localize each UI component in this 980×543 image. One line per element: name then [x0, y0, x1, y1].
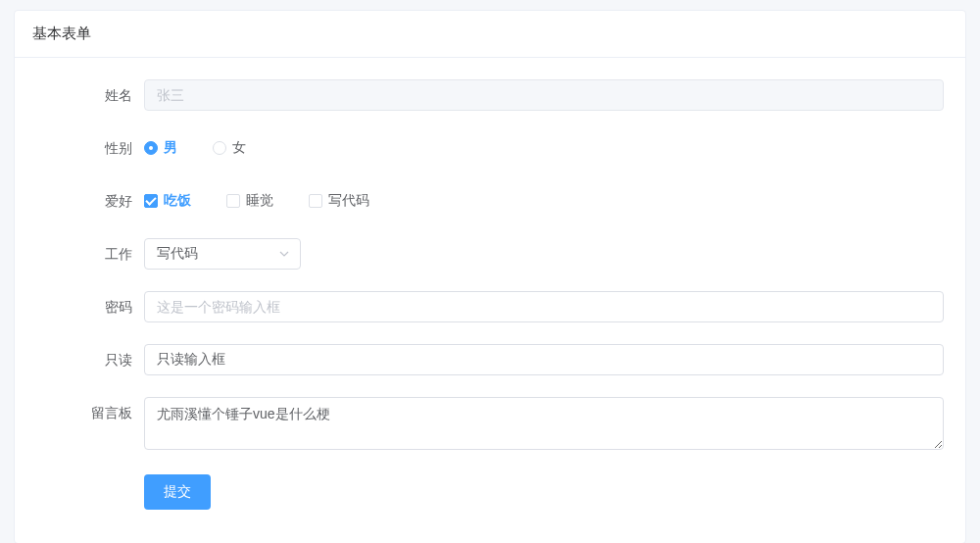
label-hobby: 爱好 — [36, 185, 144, 217]
label-gender: 性别 — [36, 132, 144, 164]
password-input[interactable] — [144, 291, 944, 322]
radio-label: 女 — [232, 139, 246, 157]
card-body: 姓名 性别 男 女 — [15, 58, 965, 543]
label-message: 留言板 — [36, 397, 144, 428]
checkbox-label: 写代码 — [328, 192, 369, 210]
row-gender: 性别 男 女 — [36, 132, 944, 164]
chevron-down-icon — [278, 248, 290, 260]
radio-icon — [213, 141, 226, 155]
radio-label: 男 — [164, 139, 177, 157]
radio-male[interactable]: 男 — [144, 139, 177, 157]
row-readonly: 只读 — [36, 344, 944, 375]
job-select-value: 写代码 — [157, 245, 198, 263]
row-name: 姓名 — [36, 79, 944, 111]
label-password: 密码 — [36, 291, 144, 322]
name-input[interactable] — [144, 79, 944, 111]
card-header: 基本表单 — [15, 11, 965, 58]
row-submit: 提交 — [36, 474, 944, 510]
row-job: 工作 写代码 — [36, 238, 944, 270]
readonly-input[interactable] — [144, 344, 944, 375]
message-textarea[interactable] — [144, 397, 944, 450]
checkbox-eat[interactable]: 吃饭 — [144, 192, 191, 210]
label-readonly: 只读 — [36, 344, 144, 375]
checkbox-label: 睡觉 — [246, 192, 273, 210]
label-job: 工作 — [36, 238, 144, 270]
checkbox-icon — [309, 194, 322, 208]
card-title: 基本表单 — [32, 25, 91, 41]
checkbox-sleep[interactable]: 睡觉 — [226, 192, 273, 210]
radio-female[interactable]: 女 — [213, 139, 246, 157]
form-card: 基本表单 姓名 性别 男 女 — [14, 10, 966, 543]
label-name: 姓名 — [36, 79, 144, 111]
hobby-checkbox-group: 吃饭 睡觉 写代码 — [144, 185, 944, 217]
checkbox-icon — [226, 194, 240, 208]
row-message: 留言板 — [36, 397, 944, 453]
checkbox-label: 吃饭 — [164, 192, 191, 210]
job-select[interactable]: 写代码 — [144, 238, 301, 270]
row-hobby: 爱好 吃饭 睡觉 写代码 — [36, 185, 944, 217]
submit-button[interactable]: 提交 — [144, 474, 211, 510]
checkbox-code[interactable]: 写代码 — [309, 192, 369, 210]
gender-radio-group: 男 女 — [144, 132, 944, 164]
radio-icon — [144, 141, 158, 155]
checkbox-icon — [144, 194, 158, 208]
row-password: 密码 — [36, 291, 944, 322]
